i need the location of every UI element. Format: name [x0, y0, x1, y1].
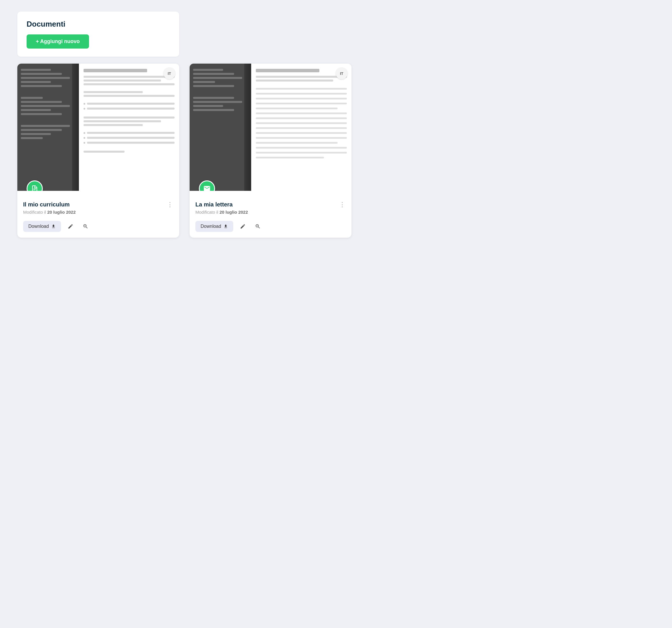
sidebar-decoration [193, 109, 234, 111]
sidebar-decoration [21, 137, 43, 139]
content-decoration [256, 76, 347, 78]
download-button-curriculum[interactable]: Download [23, 221, 61, 232]
content-decoration [87, 103, 174, 105]
doc-actions-lettera: Download [195, 220, 346, 232]
add-new-button[interactable]: + Aggiungi nuovo [27, 34, 89, 49]
zoom-icon [83, 224, 89, 229]
sidebar-decoration [21, 125, 70, 127]
more-options-button-curriculum[interactable]: ⋮ [167, 202, 173, 208]
download-icon [51, 224, 56, 229]
doc-info-lettera: La mia lettera ⋮ Modificato il 20 luglio… [190, 191, 352, 238]
language-badge-lettera: IT [336, 68, 347, 79]
content-decoration [83, 83, 174, 85]
content-decoration [87, 142, 174, 144]
header-card: Documenti + Aggiungi nuovo [17, 11, 179, 57]
document-card-curriculum: IT Il mio curriculum ⋮ Modificato il 20 … [17, 64, 179, 238]
edit-icon [240, 224, 246, 229]
edit-button-lettera[interactable] [237, 221, 248, 232]
content-decoration [83, 76, 174, 78]
documents-grid: IT Il mio curriculum ⋮ Modificato il 20 … [17, 64, 655, 238]
content-decoration [83, 95, 174, 97]
sidebar-decoration [21, 77, 70, 79]
content-decoration [256, 157, 324, 159]
download-button-lettera[interactable]: Download [195, 221, 233, 232]
edit-icon [68, 224, 73, 229]
doc-info-curriculum: Il mio curriculum ⋮ Modificato il 20 lug… [17, 191, 179, 238]
content-decoration [83, 124, 143, 126]
preview-sidebar-curriculum [17, 64, 79, 191]
content-decoration [83, 79, 161, 82]
content-decoration [83, 91, 143, 93]
page-title: Documenti [27, 20, 170, 29]
content-decoration [256, 147, 347, 148]
document-icon [31, 185, 39, 191]
preview-sidebar-lettera [190, 64, 251, 191]
sidebar-decoration [193, 101, 242, 103]
content-decoration [83, 120, 161, 122]
sidebar-decoration [21, 73, 62, 75]
zoom-button-curriculum[interactable] [80, 221, 91, 232]
doc-name-lettera: La mia lettera [195, 201, 233, 208]
edit-button-curriculum[interactable] [65, 221, 76, 232]
more-options-button-lettera[interactable]: ⋮ [339, 202, 346, 208]
sidebar-decoration [21, 113, 62, 115]
sidebar-decoration [193, 97, 234, 99]
preview-content-curriculum [79, 64, 179, 191]
content-decoration [256, 117, 347, 119]
content-decoration [87, 132, 174, 134]
content-decoration [83, 69, 147, 72]
sidebar-decoration [193, 105, 223, 107]
sidebar-decoration [193, 73, 234, 75]
document-card-lettera: IT La mia lettera ⋮ Modificato il 20 lug… [190, 64, 352, 238]
content-decoration [256, 98, 347, 99]
sidebar-decoration [21, 97, 43, 99]
document-preview-curriculum: IT [17, 64, 179, 191]
bullet [83, 103, 85, 105]
content-decoration [83, 117, 174, 119]
sidebar-decoration [193, 85, 234, 87]
doc-name-row-lettera: La mia lettera ⋮ [195, 201, 346, 208]
sidebar-decoration [21, 133, 51, 135]
sidebar-decoration [193, 81, 215, 83]
content-decoration [256, 142, 338, 144]
sidebar-decoration [21, 105, 70, 107]
sidebar-decoration [21, 85, 62, 87]
content-decoration [83, 150, 125, 153]
bullet [83, 132, 85, 134]
language-badge-curriculum: IT [164, 68, 175, 79]
sidebar-decoration [21, 129, 62, 131]
doc-name-curriculum: Il mio curriculum [23, 201, 70, 208]
bullet [83, 142, 85, 144]
sidebar-decoration [193, 69, 223, 71]
bullet [83, 108, 85, 110]
content-decoration [256, 113, 347, 114]
sidebar-decoration [21, 109, 51, 111]
sidebar-decoration [21, 101, 62, 103]
document-preview-lettera: IT [190, 64, 352, 191]
content-decoration [87, 108, 174, 110]
content-decoration [256, 79, 333, 82]
doc-date-curriculum: Modificato il 20 luglio 2022 [23, 210, 173, 214]
content-decoration [256, 137, 347, 139]
content-decoration [256, 108, 338, 109]
envelope-icon [203, 185, 211, 191]
doc-name-row-curriculum: Il mio curriculum ⋮ [23, 201, 173, 208]
content-decoration [256, 69, 320, 72]
zoom-icon [255, 224, 261, 229]
doc-date-lettera: Modificato il 20 luglio 2022 [195, 210, 346, 214]
download-icon [223, 224, 228, 229]
doc-actions-curriculum: Download [23, 220, 173, 232]
preview-content-lettera [251, 64, 352, 191]
content-decoration [87, 137, 174, 139]
sidebar-decoration [21, 81, 51, 83]
bullet [83, 137, 85, 139]
content-decoration [256, 88, 347, 90]
zoom-button-lettera[interactable] [252, 221, 263, 232]
content-decoration [256, 93, 347, 95]
content-decoration [256, 152, 347, 154]
content-decoration [256, 122, 347, 124]
sidebar-decoration [193, 77, 242, 79]
content-decoration [256, 132, 347, 134]
sidebar-decoration [21, 69, 51, 71]
content-decoration [256, 103, 347, 104]
